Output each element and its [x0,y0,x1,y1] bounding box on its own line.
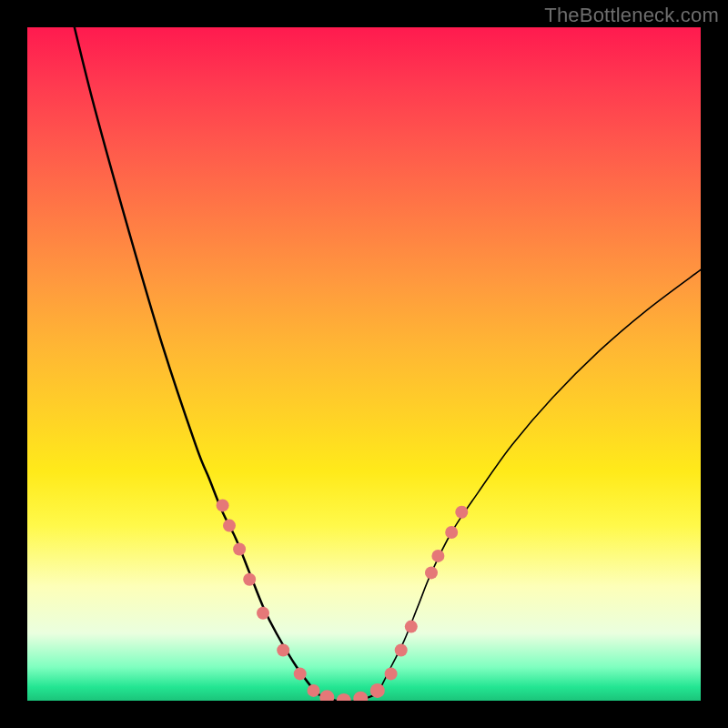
data-marker [294,667,307,680]
data-marker [445,526,458,539]
data-marker [385,667,398,680]
data-marker [223,520,236,532]
data-marker [277,644,289,657]
chart-svg [27,27,701,701]
series-left-branch [75,27,317,694]
data-marker [395,644,408,657]
curve-left [75,27,317,694]
data-marker [243,573,256,586]
plot-area [27,27,701,701]
data-marker [337,693,351,701]
curve-right [378,269,701,693]
marker-layer [217,499,469,701]
data-marker [308,684,320,697]
data-marker [257,607,269,620]
data-marker [425,566,438,579]
data-marker [319,690,334,701]
data-marker [405,621,418,633]
attribution-text: TheBottleneck.com [544,4,719,27]
data-marker [431,550,444,562]
series-right-branch [378,269,701,693]
data-marker [217,499,229,511]
data-marker [455,506,468,519]
data-marker [370,683,385,698]
data-marker [233,543,246,556]
data-marker [353,692,368,701]
chart-frame: TheBottleneck.com [0,0,728,728]
